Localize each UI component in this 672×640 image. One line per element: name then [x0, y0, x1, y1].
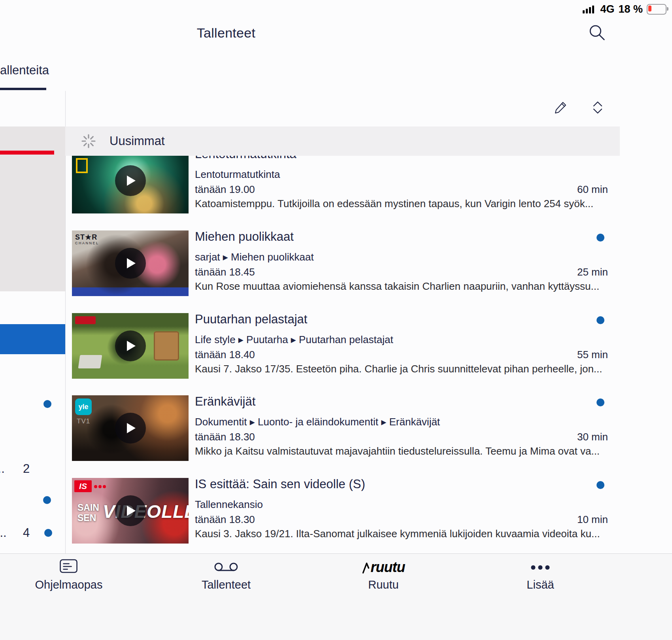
tab-ruutu[interactable]: ruutu Ruutu — [362, 558, 405, 591]
ruutu-logo-mark — [362, 561, 370, 574]
page-title: Tallenteet — [197, 25, 256, 41]
battery-level — [648, 6, 651, 11]
signal-strength-icon — [583, 5, 596, 14]
play-button[interactable] — [115, 165, 146, 196]
star-channel-logo: ST★R CHANNEL — [75, 234, 99, 245]
left-pane-item-text[interactable]: ... — [0, 462, 5, 476]
search-button[interactable] — [588, 24, 606, 42]
is-logo-dots — [94, 485, 106, 488]
sort-icon — [590, 100, 606, 115]
recording-list-item[interactable]: yle TV1 Eränkävijät Dokumentit ▸ Luonto-… — [65, 395, 620, 461]
is-logo: IS — [74, 480, 92, 492]
unwatched-indicator — [596, 481, 604, 489]
recording-description: Kausi 7. Jakso 17/35. Esteetön piha. Cha… — [195, 363, 608, 375]
play-icon — [126, 505, 136, 517]
recording-duration: 30 min — [577, 431, 608, 443]
recording-list-item[interactable]: ST★R CHANNEL Miehen puolikkaat sarjat ▸ … — [65, 230, 620, 296]
play-icon — [126, 257, 136, 269]
unwatched-indicator — [43, 496, 51, 504]
recording-list-item[interactable]: Lentoturmatutkinta Lentoturmatutkinta tä… — [65, 156, 620, 213]
recording-title: Puutarhan pelastajat — [195, 312, 307, 327]
recording-time: tänään 18.40 — [195, 349, 255, 361]
left-pane-item-text[interactable]: i... — [0, 526, 7, 540]
recording-description: Kun Rose muuttaa aviomiehensä kanssa tak… — [195, 280, 608, 293]
unwatched-indicator — [596, 316, 604, 324]
recording-thumbnail — [72, 156, 189, 213]
recording-breadcrumb[interactable]: Tallennekansio — [195, 498, 263, 511]
recording-duration: 55 min — [577, 349, 608, 361]
play-icon — [126, 340, 136, 352]
channel-logo — [75, 316, 96, 324]
program-guide-icon — [59, 559, 78, 576]
left-pane-selected-item[interactable] — [0, 324, 65, 354]
thumbnail-overlay-text: SAIN SEN — [77, 502, 99, 523]
unwatched-indicator — [596, 234, 604, 242]
unwatched-indicator — [596, 398, 604, 406]
play-button[interactable] — [115, 330, 146, 361]
recording-list-item[interactable]: Puutarhan pelastajat Life style ▸ Puutar… — [65, 313, 620, 379]
channel-badge-text: ST★R — [75, 234, 99, 241]
recording-breadcrumb[interactable]: Dokumentit ▸ Luonto- ja eläindokumentit … — [195, 416, 440, 428]
ruutu-logo-text: ruutu — [371, 560, 405, 574]
recording-title: Lentoturmatutkinta — [195, 156, 296, 161]
recordings-icon — [213, 559, 239, 575]
tab-tallenteita[interactable]: allenteita — [0, 63, 49, 77]
recording-thumbnail: IS SAIN SEN VIDEOLLE — [72, 478, 189, 544]
unwatched-indicator — [43, 400, 51, 408]
play-button[interactable] — [115, 248, 146, 279]
more-icon — [531, 565, 549, 570]
recording-list-item[interactable]: IS SAIN SEN VIDEOLLE IS esittää: Sain se… — [65, 478, 620, 544]
recording-title: Eränkävijät — [195, 395, 255, 409]
tab-tallenteet[interactable]: Tallenteet — [202, 558, 251, 591]
thumbnail-detail — [154, 331, 179, 361]
bottom-tab-bar: Ohjelmaopas Tallenteet ruutu Ruutu Lis — [0, 553, 672, 640]
tab-active-indicator — [0, 88, 46, 90]
recording-breadcrumb[interactable]: sarjat ▸ Miehen puolikkaat — [195, 251, 314, 263]
watch-progress-bar — [0, 151, 54, 155]
unwatched-indicator — [44, 529, 52, 537]
recording-time: tänään 19.00 — [195, 183, 255, 196]
recording-description: Kausi 3. Jakso 19/21. Ilta-Sanomat julka… — [195, 528, 608, 540]
left-pane-item-count: 4 — [23, 526, 30, 540]
recording-duration: 60 min — [577, 183, 608, 196]
tab-label: Ruutu — [362, 578, 405, 591]
network-type: 4G — [600, 3, 614, 15]
recording-thumbnail — [72, 313, 189, 379]
left-pane-item-count: 2 — [23, 462, 30, 476]
tab-label: Lisää — [527, 578, 554, 591]
edit-button[interactable] — [553, 100, 568, 115]
recording-time: tänään 18.30 — [195, 431, 255, 443]
recording-breadcrumb[interactable]: Life style ▸ Puutarha ▸ Puutarhan pelast… — [195, 334, 393, 346]
recording-thumbnail: ST★R CHANNEL — [72, 230, 189, 296]
channel-badge-subtext: TV1 — [77, 417, 90, 425]
recording-thumbnail: yle TV1 — [72, 395, 189, 461]
tab-lisaa[interactable]: Lisää — [527, 558, 554, 591]
battery-icon — [647, 4, 666, 15]
battery-percent: 18 % — [618, 3, 643, 15]
recording-description: Mikko ja Kaitsu valmistautuvat majavajah… — [195, 445, 608, 457]
recordings-list[interactable]: Lentoturmatutkinta Lentoturmatutkinta tä… — [65, 156, 620, 553]
play-button[interactable] — [115, 495, 146, 526]
recording-duration: 25 min — [577, 266, 608, 278]
section-title: Uusimmat — [109, 126, 165, 156]
section-header: Uusimmat — [65, 126, 620, 156]
tab-label: Tallenteet — [202, 578, 251, 591]
recording-time: tänään 18.45 — [195, 266, 255, 278]
tab-ohjelmaopas[interactable]: Ohjelmaopas — [35, 558, 103, 591]
recording-duration: 10 min — [577, 514, 608, 526]
loading-spinner-icon — [80, 133, 97, 149]
search-icon — [588, 24, 606, 42]
play-icon — [126, 175, 136, 187]
play-button[interactable] — [115, 413, 146, 444]
ruutu-logo: ruutu — [362, 560, 405, 574]
thumbnail-detail — [78, 355, 102, 368]
recording-breadcrumb[interactable]: Lentoturmatutkinta — [195, 168, 280, 181]
sort-button[interactable] — [590, 100, 606, 115]
recording-description: Katoamistemppu. Tutkijoilla on edessään … — [195, 198, 608, 210]
play-icon — [126, 422, 136, 434]
tab-label: Ohjelmaopas — [35, 578, 103, 591]
battery-tip — [667, 7, 668, 11]
pencil-icon — [553, 100, 568, 115]
recording-title: Miehen puolikkaat — [195, 230, 294, 244]
recording-title: IS esittää: Sain sen videolle (S) — [195, 477, 365, 491]
